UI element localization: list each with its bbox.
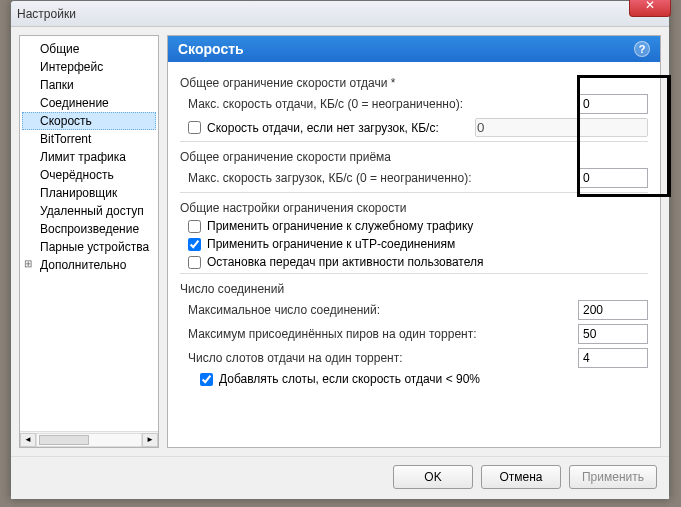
input-max-peers[interactable] bbox=[578, 324, 648, 344]
close-button[interactable]: ✕ bbox=[629, 0, 671, 17]
group-upload-limit: Общее ограничение скорости отдачи * bbox=[180, 76, 648, 90]
label-max-download: Макс. скорость загрузок, КБ/с (0 = неогр… bbox=[188, 171, 578, 185]
label-add-slots: Добавлять слоты, если скорость отдачи < … bbox=[219, 372, 480, 386]
dialog-footer: OK Отмена Применить bbox=[11, 456, 669, 499]
category-sidebar: Общие Интерфейс Папки Соединение Скорост… bbox=[19, 35, 159, 448]
checkbox-add-slots[interactable] bbox=[200, 373, 213, 386]
label-alt-upload: Скорость отдачи, если нет загрузок, КБ/с… bbox=[207, 121, 469, 135]
label-max-connections: Максимальное число соединений: bbox=[188, 303, 578, 317]
checkbox-alt-upload[interactable] bbox=[188, 121, 201, 134]
sidebar-item-advanced[interactable]: Дополнительно bbox=[22, 256, 156, 274]
help-icon[interactable]: ? bbox=[634, 41, 650, 57]
label-apply-utp: Применить ограничение к uTP-соединениям bbox=[207, 237, 455, 251]
sidebar-item-queue[interactable]: Очерёдность bbox=[22, 166, 156, 184]
category-tree: Общие Интерфейс Папки Соединение Скорост… bbox=[20, 36, 158, 431]
cancel-button[interactable]: Отмена bbox=[481, 465, 561, 489]
sidebar-item-traffic-limit[interactable]: Лимит трафика bbox=[22, 148, 156, 166]
scroll-right-icon[interactable]: ► bbox=[142, 433, 158, 447]
sidebar-item-connection[interactable]: Соединение bbox=[22, 94, 156, 112]
label-max-upload: Макс. скорость отдачи, КБ/с (0 = неогран… bbox=[188, 97, 578, 111]
sidebar-item-interface[interactable]: Интерфейс bbox=[22, 58, 156, 76]
settings-window: Настройки ✕ Общие Интерфейс Папки Соедин… bbox=[10, 0, 670, 500]
checkbox-apply-overhead[interactable] bbox=[188, 220, 201, 233]
sidebar-item-general[interactable]: Общие bbox=[22, 40, 156, 58]
sidebar-item-remote[interactable]: Удаленный доступ bbox=[22, 202, 156, 220]
sidebar-item-scheduler[interactable]: Планировщик bbox=[22, 184, 156, 202]
sidebar-item-playback[interactable]: Воспроизведение bbox=[22, 220, 156, 238]
panel-title: Скорость bbox=[178, 41, 244, 57]
settings-panel: Скорость ? Общее ограничение скорости от… bbox=[167, 35, 661, 448]
group-download-limit: Общее ограничение скорости приёма bbox=[180, 150, 648, 164]
ok-button[interactable]: OK bbox=[393, 465, 473, 489]
group-common-limits: Общие настройки ограничения скорости bbox=[180, 201, 648, 215]
label-max-peers: Максимум присоединённых пиров на один то… bbox=[188, 327, 578, 341]
scroll-left-icon[interactable]: ◄ bbox=[20, 433, 36, 447]
sidebar-item-folders[interactable]: Папки bbox=[22, 76, 156, 94]
window-title: Настройки bbox=[17, 7, 76, 21]
label-apply-overhead: Применить ограничение к служебному трафи… bbox=[207, 219, 473, 233]
label-stop-on-activity: Остановка передач при активности пользов… bbox=[207, 255, 484, 269]
checkbox-apply-utp[interactable] bbox=[188, 238, 201, 251]
group-connections: Число соединений bbox=[180, 282, 648, 296]
input-upload-slots[interactable] bbox=[578, 348, 648, 368]
sidebar-item-bittorrent[interactable]: BitTorrent bbox=[22, 130, 156, 148]
input-alt-upload bbox=[475, 118, 648, 137]
apply-button[interactable]: Применить bbox=[569, 465, 657, 489]
checkbox-stop-on-activity[interactable] bbox=[188, 256, 201, 269]
sidebar-item-speed[interactable]: Скорость bbox=[22, 112, 156, 130]
sidebar-item-paired-devices[interactable]: Парные устройства bbox=[22, 238, 156, 256]
input-max-connections[interactable] bbox=[578, 300, 648, 320]
input-max-upload[interactable] bbox=[578, 94, 648, 114]
panel-header: Скорость ? bbox=[168, 36, 660, 62]
input-max-download[interactable] bbox=[578, 168, 648, 188]
label-upload-slots: Число слотов отдачи на один торрент: bbox=[188, 351, 578, 365]
sidebar-horizontal-scrollbar[interactable]: ◄ ► bbox=[20, 431, 158, 447]
scrollbar-thumb[interactable] bbox=[39, 435, 89, 445]
titlebar: Настройки ✕ bbox=[11, 1, 669, 27]
